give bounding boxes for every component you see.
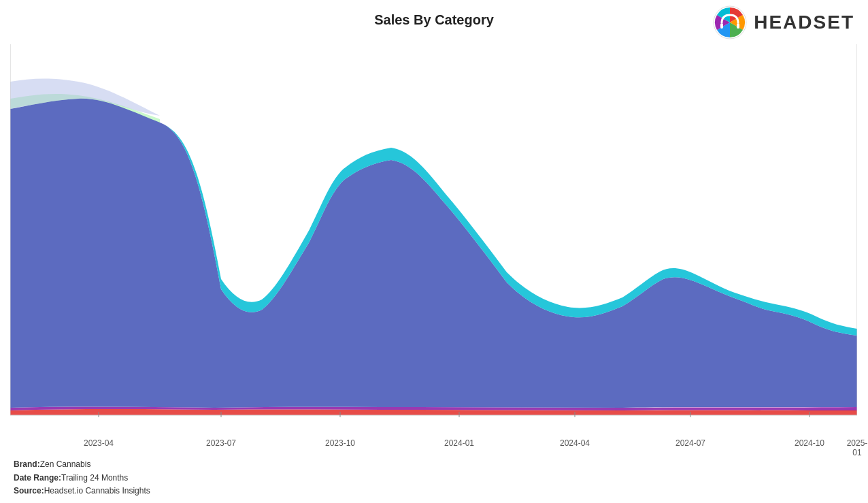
header: HEADSET — [691, 0, 868, 44]
svg-rect-2 — [737, 23, 739, 29]
logo-text: HEADSET — [754, 12, 854, 33]
x-label-2024-01: 2024-01 — [444, 438, 474, 448]
chart-title: Sales By Category — [374, 12, 494, 28]
x-label-2024-04: 2024-04 — [560, 438, 590, 448]
footer-date-range: Date Range:Trailing 24 Months — [14, 472, 150, 485]
svg-rect-1 — [720, 23, 723, 29]
footer-date-range-value: Trailing 24 Months — [61, 473, 128, 483]
x-label-2024-07: 2024-07 — [675, 438, 705, 448]
x-label-2023-07: 2023-07 — [206, 438, 236, 448]
footer-brand-label: Brand: — [14, 459, 40, 469]
x-label-2024-10: 2024-10 — [795, 438, 824, 448]
x-label-2023-04: 2023-04 — [84, 438, 114, 448]
footer: Brand:Zen Cannabis Date Range:Trailing 2… — [14, 458, 150, 498]
footer-date-range-label: Date Range: — [14, 473, 61, 483]
footer-brand-value: Zen Cannabis — [40, 459, 91, 469]
x-label-2025-01: 2025-01 — [847, 438, 868, 457]
footer-brand: Brand:Zen Cannabis — [14, 458, 150, 471]
logo-container: HEADSET — [713, 5, 854, 39]
footer-source-value: Headset.io Cannabis Insights — [44, 486, 150, 496]
headset-logo-icon — [713, 5, 747, 39]
chart-svg — [10, 44, 857, 432]
x-label-2023-10: 2023-10 — [325, 438, 355, 448]
footer-source-label: Source: — [14, 486, 44, 496]
footer-source: Source:Headset.io Cannabis Insights — [14, 485, 150, 498]
page: HEADSET Sales By Category Beverage Conce… — [0, 0, 868, 503]
